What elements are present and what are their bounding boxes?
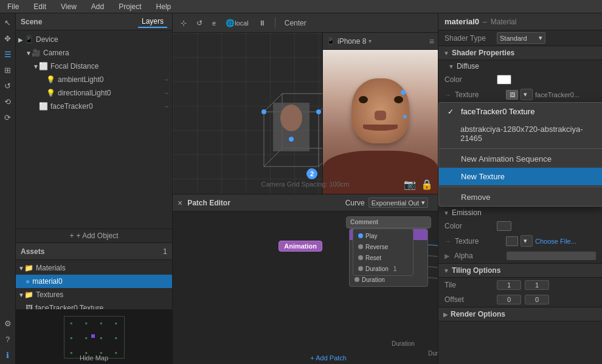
port-dot-duration	[355, 277, 359, 282]
dropdown-abstrakciya[interactable]: ✓ abstrakciya-1280x720-abstrakciya-21465	[439, 120, 602, 147]
undo-icon[interactable]: ⟲	[1, 95, 15, 108]
chevron-down-icon: ▾	[421, 199, 425, 207]
tree-material0[interactable]: ● material0	[16, 275, 172, 288]
rotate-tool[interactable]: ↺	[1, 79, 15, 92]
shader-props-section[interactable]: ▼ Shader Properties	[438, 46, 602, 60]
scene-panel-header: Scene Layers	[16, 13, 172, 30]
emission-file-chooser[interactable]: Choose File...	[535, 238, 596, 245]
menu-file[interactable]: File	[5, 1, 21, 12]
chevron-texture: ▾	[524, 91, 527, 98]
menu-add[interactable]: Add	[89, 1, 106, 12]
left-panel: Scene Layers ▶ 📱 Device ▼ 🎥 Camera ▼ ⬜ F…	[16, 13, 173, 364]
tree-camera[interactable]: ▼ 🎥 Camera	[16, 46, 172, 60]
pan-tool[interactable]: ☰	[1, 47, 15, 61]
icon-bar: ↖ ✥ ☰ ⊞ ↺ ⟲ ⟳ ⚙ ? ℹ	[0, 13, 16, 364]
viewport-3d[interactable]: 📱 iPhone 8 ▾ ≡	[173, 33, 438, 194]
shader-type-label: Shader Type	[445, 34, 493, 43]
patch-canvas[interactable]: Comment directionalLight0 Play Reverse	[173, 211, 438, 364]
material-dash: –	[483, 18, 487, 26]
dropdown-sep-1	[439, 148, 602, 149]
tree-focal[interactable]: ▼ ⬜ Focal Distance	[16, 60, 172, 73]
tile-y-input[interactable]	[525, 280, 549, 290]
assets-number: 1	[163, 247, 167, 256]
focal-arrow: ▼	[33, 63, 39, 70]
shader-type-row: Shader Type Standard ▾	[438, 30, 602, 46]
tile-x-input[interactable]	[497, 280, 521, 290]
offset-x-input[interactable]	[497, 295, 521, 304]
alpha-slider[interactable]	[507, 252, 596, 260]
shader-type-select[interactable]: Standard ▾	[497, 32, 545, 44]
local-btn[interactable]: 🌐 local	[223, 18, 252, 29]
redo-icon[interactable]: ⟳	[1, 111, 15, 124]
texture-type-select[interactable]: ▾	[521, 89, 533, 100]
dropdown-facetracker[interactable]: ✓ faceTracker0 Texture	[439, 103, 602, 120]
camera-icon[interactable]: 📷	[404, 179, 416, 190]
animation-node[interactable]: Animation	[279, 241, 322, 252]
layers-tab[interactable]: Layers	[138, 16, 167, 28]
tree-facetracker-texture[interactable]: 🖼 faceTracker0 Texture	[16, 301, 172, 309]
tree-facetracker[interactable]: ⬜ faceTracker0 →	[16, 100, 172, 113]
curve-row: Curve Exponential Out ▾	[341, 197, 433, 208]
menu-project[interactable]: Project	[116, 1, 144, 12]
animation-output-node[interactable]: Play Reverse Reset Duration	[353, 228, 413, 276]
emission-color-swatch[interactable]	[497, 221, 511, 231]
phone-menu-icon[interactable]: ≡	[429, 36, 434, 46]
dropdown-new-anim[interactable]: ✓ New Animation Sequence	[439, 150, 602, 168]
add-object-button[interactable]: + + Add Object	[16, 228, 172, 242]
tree-device[interactable]: ▶ 📱 Device	[16, 33, 172, 46]
texture-file-name: faceTracker0...	[535, 91, 596, 98]
menu-edit[interactable]: Edit	[31, 1, 49, 12]
dropdown-remove[interactable]: ✓ Remove	[439, 188, 602, 206]
tiling-arrow: ▼	[443, 267, 449, 274]
emission-texture-select[interactable]: ▾	[521, 235, 533, 247]
emission-texture-icon	[506, 236, 518, 246]
menu-help[interactable]: Help	[154, 1, 174, 12]
record-icon[interactable]: 🔒	[421, 179, 433, 190]
comment-node[interactable]: Comment	[346, 216, 431, 228]
emission-color-row: Color	[438, 219, 602, 233]
pause-btn[interactable]: ⏸	[255, 18, 269, 29]
svg-point-9	[316, 109, 321, 114]
cursor-tool[interactable]: ↖	[1, 16, 15, 29]
color-row: Color	[438, 72, 602, 87]
help-circle-icon[interactable]: ?	[1, 332, 15, 346]
emission-color-label: Color	[445, 222, 493, 230]
dropdown-remove-label: Remove	[461, 193, 490, 202]
tree-textures[interactable]: ▼ 📁 Textures	[16, 288, 172, 301]
texture-icon: 🖼	[506, 90, 518, 100]
emission-texture-label: Texture	[455, 237, 503, 246]
center-btn[interactable]: Center	[282, 18, 310, 29]
viewport-toolbar: ⊹ ↺ e 🌐 local ⏸ Center	[173, 13, 438, 33]
color-label: Color	[445, 75, 493, 84]
tree-ambient[interactable]: 💡 ambientLight0 →	[16, 73, 172, 86]
directional-label: directionalLight0	[58, 89, 111, 97]
offset-y-input[interactable]	[525, 295, 549, 304]
patch-toolbar: × Patch Editor Curve Exponential Out ▾	[173, 194, 438, 211]
alpha-row: ▶ Alpha	[438, 249, 602, 263]
phone-preview: 📱 iPhone 8 ▾ ≡	[322, 33, 438, 194]
move-tool[interactable]: ✥	[1, 32, 15, 45]
reset-btn[interactable]: ↺	[193, 18, 206, 29]
viewport-bottom-icons: 📷 🔒	[404, 179, 433, 190]
zoom-tool[interactable]: ⊞	[1, 63, 15, 77]
menu-view[interactable]: View	[58, 1, 79, 12]
patch-close-btn[interactable]: ×	[178, 198, 182, 208]
diffuse-arrow: ▼	[448, 63, 454, 70]
dropdown-new-texture[interactable]: ✓ New Texture	[439, 168, 602, 185]
device-label: Device	[36, 35, 58, 44]
curve-dropdown[interactable]: Exponential Out ▾	[368, 197, 428, 208]
move-btn[interactable]: ⊹	[178, 18, 190, 29]
settings-icon[interactable]: ⚙	[1, 317, 15, 330]
tiling-options-section[interactable]: ▼ Tiling Options	[438, 263, 602, 278]
info-icon[interactable]: ℹ	[1, 348, 15, 362]
thumbnail-canvas	[64, 316, 125, 359]
tree-directional[interactable]: 💡 directionalLight0 →	[16, 86, 172, 100]
add-patch-btn[interactable]: + Add Patch	[310, 354, 347, 362]
dropdown-new-texture-label: New Texture	[461, 172, 505, 181]
tree-materials[interactable]: ▼ 📁 Materials	[16, 261, 172, 275]
render-options-section[interactable]: ▶ Render Options	[438, 307, 602, 321]
edit-btn[interactable]: e	[209, 18, 219, 28]
phone-header: 📱 iPhone 8 ▾ ≡	[323, 33, 438, 50]
port-play-out: Play	[356, 230, 410, 241]
color-swatch[interactable]	[497, 75, 511, 84]
